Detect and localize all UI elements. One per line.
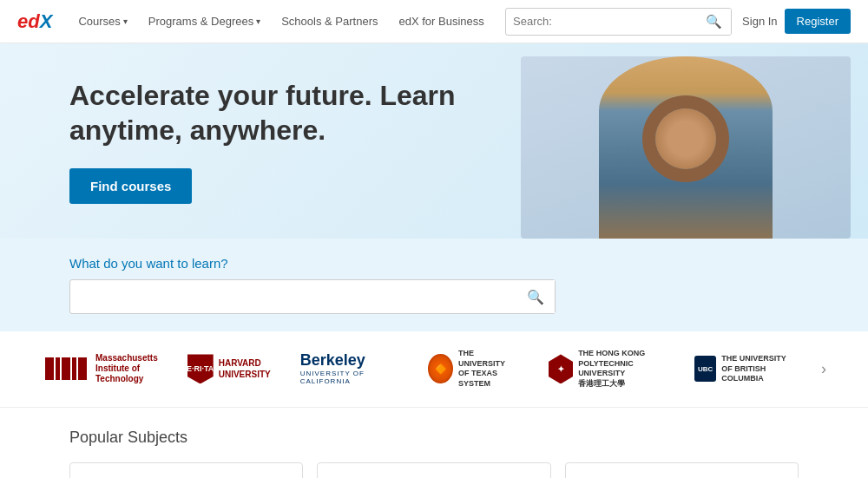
learn-search-button[interactable]: 🔍 bbox=[516, 280, 555, 313]
edx-logo[interactable]: edX bbox=[17, 10, 52, 33]
chevron-down-icon: ▾ bbox=[123, 16, 128, 26]
nav-business[interactable]: edX for Business bbox=[390, 10, 492, 33]
hero-section: Accelerate your future. Learn anytime, a… bbox=[0, 43, 868, 239]
ut-seal-icon: 🔶 bbox=[428, 354, 453, 383]
berkeley-logo: Berkeley UNIVERSITY OF CALIFORNIA bbox=[300, 352, 399, 385]
nav-search-button[interactable]: 🔍 bbox=[697, 9, 731, 35]
nav-search-input[interactable] bbox=[506, 15, 697, 28]
ut-logo: 🔶 THE UNIVERSITYof TEXAS SYSTEM bbox=[428, 349, 518, 390]
nav-links: Courses ▾ Programs & Degrees ▾ Schools &… bbox=[69, 10, 505, 33]
harvard-shield-icon: VE·RI·TAS bbox=[187, 354, 214, 383]
learn-section: What do you want to learn? 🔍 bbox=[0, 239, 868, 331]
hero-headline: Accelerate your future. Learn anytime, a… bbox=[69, 78, 469, 147]
hero-person-image bbox=[521, 56, 851, 239]
nav-search-form: 🔍 bbox=[505, 8, 732, 36]
main-nav: edX Courses ▾ Programs & Degrees ▾ Schoo… bbox=[0, 0, 868, 43]
learn-search-form: 🔍 bbox=[69, 279, 556, 314]
partner-mit[interactable]: MassachusettsInstitute ofTechnology bbox=[35, 353, 168, 384]
partner-harvard[interactable]: VE·RI·TAS HARVARDUNIVERSITY bbox=[177, 354, 281, 383]
sign-in-button[interactable]: Sign In bbox=[742, 15, 777, 28]
nav-programs[interactable]: Programs & Degrees ▾ bbox=[140, 10, 269, 33]
hkpu-name: THE HONG KONGPOLYTECHNIC UNIVERSITY香港理工大… bbox=[578, 349, 665, 390]
harvard-name: HARVARDUNIVERSITY bbox=[219, 357, 271, 380]
hkpu-logo: ✦ THE HONG KONGPOLYTECHNIC UNIVERSITY香港理… bbox=[549, 349, 665, 390]
partner-hkpu[interactable]: ✦ THE HONG KONGPOLYTECHNIC UNIVERSITY香港理… bbox=[538, 349, 675, 390]
subject-card-datascience[interactable]: 📈 Data Science bbox=[565, 462, 799, 478]
register-button[interactable]: Register bbox=[785, 9, 851, 34]
partner-berkeley[interactable]: Berkeley UNIVERSITY OF CALIFORNIA bbox=[290, 352, 410, 385]
popular-subjects-section: Popular Subjects 🖥 Computer Science 🌐 La… bbox=[0, 408, 868, 478]
ubc-name: THE UNIVERSITYOF BRITISH COLUMBIA bbox=[721, 354, 795, 384]
ut-name: THE UNIVERSITYof TEXAS SYSTEM bbox=[458, 349, 519, 390]
partner-ubc[interactable]: UBC THE UNIVERSITYOF BRITISH COLUMBIA bbox=[684, 354, 806, 384]
berkeley-name: Berkeley bbox=[300, 352, 399, 370]
subject-card-cs[interactable]: 🖥 Computer Science bbox=[69, 462, 303, 478]
search-icon: 🔍 bbox=[527, 290, 544, 304]
ubc-logo: UBC THE UNIVERSITYOF BRITISH COLUMBIA bbox=[694, 354, 795, 384]
find-courses-button[interactable]: Find courses bbox=[69, 168, 192, 204]
nav-schools[interactable]: Schools & Partners bbox=[273, 10, 386, 33]
nav-courses[interactable]: Courses ▾ bbox=[69, 10, 135, 33]
popular-subjects-title: Popular Subjects bbox=[69, 429, 799, 447]
berkeley-sub: UNIVERSITY OF CALIFORNIA bbox=[300, 370, 399, 385]
mit-logo: MassachusettsInstitute ofTechnology bbox=[45, 353, 158, 384]
hero-content: Accelerate your future. Learn anytime, a… bbox=[0, 43, 503, 239]
subject-card-language[interactable]: 🌐 Language bbox=[317, 462, 550, 478]
partners-section: MassachusettsInstitute ofTechnology VE·R… bbox=[0, 331, 868, 408]
ubc-badge-icon: UBC bbox=[694, 356, 716, 382]
harvard-logo: VE·RI·TAS HARVARDUNIVERSITY bbox=[187, 354, 271, 383]
learn-search-input[interactable] bbox=[70, 290, 516, 304]
hkpu-emblem-icon: ✦ bbox=[549, 354, 573, 383]
subjects-grid: 🖥 Computer Science 🌐 Language 📈 Data Sci… bbox=[69, 462, 799, 478]
partner-ut[interactable]: 🔶 THE UNIVERSITYof TEXAS SYSTEM bbox=[418, 349, 529, 390]
nav-auth: Sign In Register bbox=[742, 9, 851, 34]
search-icon: 🔍 bbox=[706, 14, 722, 29]
chevron-down-icon: ▾ bbox=[256, 16, 260, 26]
partners-next-arrow[interactable]: › bbox=[814, 360, 833, 378]
hero-image bbox=[503, 43, 868, 239]
learn-label: What do you want to learn? bbox=[69, 256, 799, 271]
mit-name: MassachusettsInstitute ofTechnology bbox=[95, 353, 158, 384]
